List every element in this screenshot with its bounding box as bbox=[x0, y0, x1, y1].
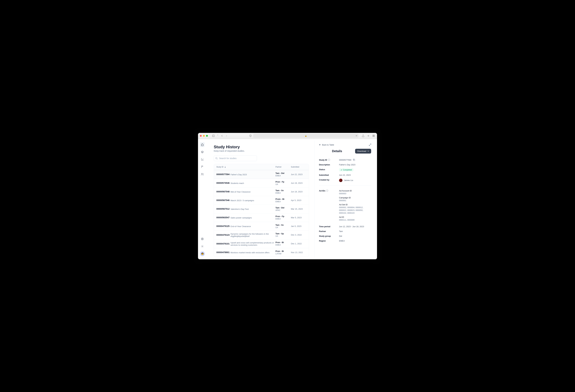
svg-rect-5 bbox=[373, 135, 373, 136]
label-status: Status bbox=[319, 168, 339, 171]
partner-name: Pron - Bi bbox=[275, 241, 291, 243]
sidebar-toggle-icon[interactable] bbox=[212, 134, 215, 137]
shield-icon[interactable] bbox=[249, 134, 252, 137]
label-description: Description bbox=[319, 164, 339, 166]
svg-line-18 bbox=[217, 159, 217, 159]
svg-line-13 bbox=[203, 239, 203, 240]
ad-id-label: Ad Set ID bbox=[339, 203, 371, 206]
partner-name: Tam - Sv bbox=[275, 224, 291, 226]
lock-icon: 🔒 bbox=[305, 135, 307, 137]
ad-id-block: Ad ID0000111, 0000089 bbox=[339, 216, 371, 221]
partner-name: Proin - Bi bbox=[275, 198, 291, 200]
partner-region: EMEA bbox=[275, 218, 291, 220]
ad-id-label: Ad Account ID bbox=[339, 190, 371, 192]
submitted-date: Jan 5, 2023 bbox=[291, 225, 306, 227]
share-icon[interactable] bbox=[361, 134, 365, 137]
table-row[interactable]: 00000479123 Dynamic campaigns for the fo… bbox=[214, 231, 309, 240]
tabs-icon[interactable] bbox=[372, 134, 375, 137]
page-title: Study History bbox=[214, 145, 309, 149]
ad-id-value: 0000001 bbox=[339, 199, 371, 202]
table-row[interactable]: 00000567546 March 2023 / 3 campaigns Pro… bbox=[214, 196, 309, 205]
expand-icon[interactable] bbox=[369, 144, 371, 146]
study-id: 00000479125 bbox=[216, 225, 230, 227]
ad-id-block: Ad Set ID0000002, 0000004, 0000012, 0000… bbox=[339, 203, 371, 215]
study-id: 00000478901 bbox=[216, 251, 230, 254]
window-maximize[interactable] bbox=[206, 135, 208, 137]
nav-check-icon[interactable] bbox=[200, 157, 205, 162]
value-submitted: Jun 22, 2023 bbox=[339, 174, 371, 176]
search-icon bbox=[215, 157, 218, 160]
table-row[interactable]: 00000577594 Father's Day 2023 Tam - Del … bbox=[214, 170, 309, 179]
nav-users-icon[interactable] bbox=[200, 172, 205, 177]
value-time-period: Jun 12, 2023 - Jun 18, 2023 bbox=[339, 225, 371, 228]
partner-name: Tam - Del bbox=[275, 207, 291, 209]
col-header-partner[interactable]: Partner bbox=[275, 166, 291, 168]
partner-region: APAC bbox=[275, 209, 291, 211]
user-avatar[interactable]: 🧑 bbox=[200, 251, 205, 256]
traffic-lights bbox=[200, 135, 208, 137]
value-study-group: Del bbox=[339, 235, 371, 237]
nav-back-icon[interactable] bbox=[220, 134, 224, 137]
study-desc: Sales power campaigns bbox=[231, 217, 252, 219]
back-to-table-button[interactable]: Back to Table bbox=[319, 144, 334, 146]
copy-icon[interactable] bbox=[353, 159, 355, 161]
arrow-left-icon bbox=[319, 144, 321, 146]
col-header-study-id[interactable]: Study ID bbox=[216, 166, 275, 168]
partner-region: EMEA bbox=[275, 175, 291, 177]
study-id: 00000577594 bbox=[216, 173, 230, 175]
table-row[interactable]: 00000479101 Upsell and cross-sell comple… bbox=[214, 240, 309, 248]
search-input[interactable] bbox=[214, 155, 257, 161]
nav-help-icon[interactable] bbox=[200, 237, 205, 241]
info-icon[interactable]: i bbox=[326, 190, 328, 192]
partner-region: EMEA bbox=[275, 244, 291, 246]
address-bar[interactable]: 🔒 ⟳ bbox=[253, 134, 359, 138]
new-tab-icon[interactable] bbox=[367, 134, 370, 137]
label-study-id: Study IDi bbox=[319, 159, 339, 161]
nav-settings-icon[interactable] bbox=[200, 244, 205, 249]
submitted-date: Jun 19, 2023 bbox=[291, 182, 306, 184]
info-icon[interactable]: i bbox=[328, 159, 330, 161]
table-row[interactable]: 00000567512 Valentine's Day Fest Tam - D… bbox=[214, 205, 309, 213]
nav-forward-icon[interactable] bbox=[225, 134, 228, 137]
study-desc: Valentine's Day Fest bbox=[231, 208, 249, 210]
ad-id-value: 0000111, 0000089 bbox=[339, 218, 371, 221]
partner-name: Pron - Fp bbox=[275, 181, 291, 183]
table-header: Study ID Partner Submitted bbox=[214, 164, 309, 170]
svg-point-17 bbox=[216, 157, 217, 159]
ad-ids: Ad Account ID0000003Campaign ID0000001Ad… bbox=[339, 190, 371, 223]
svg-rect-0 bbox=[212, 135, 215, 137]
table-row[interactable]: 00000478901 Monitors market trends with … bbox=[214, 248, 309, 257]
table-row[interactable]: 00000563547 Sales power campaigns Pron -… bbox=[214, 213, 309, 222]
check-icon bbox=[341, 169, 342, 171]
study-id: 00000479123 bbox=[216, 234, 230, 236]
table-row[interactable]: 00000573546 Students reach Pron - Fp UA … bbox=[214, 179, 309, 187]
page-content: Study History Keep track of requested st… bbox=[208, 141, 314, 258]
submitted-date: Jun 22, 2023 bbox=[291, 173, 306, 175]
svg-point-9 bbox=[202, 173, 202, 174]
nav-flag-icon[interactable] bbox=[200, 164, 205, 169]
submitted-date: Dec 3, 2022 bbox=[291, 234, 306, 236]
nav-home-icon[interactable] bbox=[200, 142, 205, 147]
table-row[interactable]: 00000479125 End-of-Year Clearance Tam - … bbox=[214, 222, 309, 231]
creator-name: James Liu bbox=[344, 179, 353, 181]
download-button[interactable]: Download bbox=[355, 149, 371, 153]
table-row[interactable]: 00000567548 Mid-of-Year Clearance Tam - … bbox=[214, 187, 309, 196]
col-header-submitted[interactable]: Submitted bbox=[291, 166, 306, 168]
window-close[interactable] bbox=[200, 135, 202, 137]
label-created-by: Created by bbox=[319, 179, 339, 181]
nav-layers-icon[interactable] bbox=[200, 150, 205, 154]
partner-region: LATAM bbox=[275, 253, 291, 255]
label-ad-ids: Ad IDsi bbox=[319, 190, 339, 192]
reload-icon[interactable]: ⟳ bbox=[356, 135, 357, 137]
submitted-date: Mar 5, 2023 bbox=[291, 217, 306, 219]
study-desc: Mid-of-Year Clearance bbox=[231, 191, 251, 193]
svg-point-16 bbox=[202, 246, 203, 247]
chevron-down-icon[interactable]: ˅ bbox=[216, 134, 219, 137]
svg-rect-7 bbox=[373, 136, 373, 137]
submitted-date: Dec 1, 2022 bbox=[291, 242, 306, 245]
page-subtitle: Keep track of requested studies. bbox=[214, 150, 309, 152]
study-desc: Monitors market trends with exclusive of… bbox=[231, 251, 270, 254]
browser-window: ˅ 🔒 ⟳ 🧑 Study History bbox=[198, 133, 377, 259]
creator-avatar bbox=[339, 179, 342, 182]
window-minimize[interactable] bbox=[203, 135, 205, 137]
